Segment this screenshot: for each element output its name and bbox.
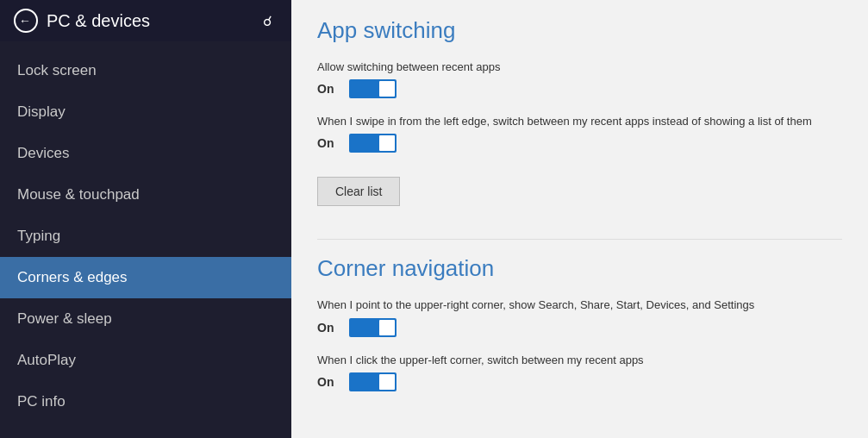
- upper-left-corner-toggle-row: On: [317, 372, 842, 391]
- toggle-thumb-4: [379, 374, 395, 390]
- corner-navigation-section: Corner navigation When I point to the up…: [317, 255, 842, 391]
- sidebar-item-mouse-touchpad[interactable]: Mouse & touchpad: [0, 174, 291, 216]
- sidebar-title: PC & devices: [47, 11, 248, 31]
- search-icon: ☌: [263, 13, 272, 29]
- swipe-switching-on-label: On: [317, 136, 339, 150]
- clear-list-button[interactable]: Clear list: [317, 177, 400, 206]
- upper-right-on-label: On: [317, 321, 339, 335]
- toggle-thumb-2: [379, 135, 395, 151]
- back-button[interactable]: ←: [14, 9, 38, 33]
- upper-right-corner-group: When I point to the upper-right corner, …: [317, 297, 842, 336]
- app-switching-title: App switching: [317, 17, 842, 44]
- sidebar-item-devices[interactable]: Devices: [0, 133, 291, 174]
- section-divider: [317, 239, 842, 240]
- corner-navigation-title: Corner navigation: [317, 255, 842, 282]
- swipe-switching-toggle[interactable]: [349, 134, 397, 153]
- upper-left-corner-label: When I click the upper-left corner, swit…: [317, 353, 842, 368]
- back-arrow-icon: ←: [19, 15, 31, 27]
- upper-left-corner-group: When I click the upper-left corner, swit…: [317, 353, 842, 391]
- main-content: App switching Allow switching between re…: [291, 0, 868, 438]
- swipe-switching-group: When I swipe in from the left edge, swit…: [317, 114, 842, 153]
- allow-switching-on-label: On: [317, 82, 339, 96]
- sidebar-item-lock-screen[interactable]: Lock screen: [0, 50, 291, 91]
- sidebar-item-power-sleep[interactable]: Power & sleep: [0, 298, 291, 340]
- swipe-switching-toggle-row: On: [317, 134, 842, 153]
- upper-left-corner-toggle[interactable]: [349, 372, 397, 391]
- sidebar-item-typing[interactable]: Typing: [0, 216, 291, 257]
- upper-right-corner-label: When I point to the upper-right corner, …: [317, 297, 842, 313]
- allow-switching-group: Allow switching between recent apps On: [317, 59, 842, 98]
- sidebar-nav: Lock screenDisplayDevicesMouse & touchpa…: [0, 41, 291, 438]
- allow-switching-toggle-row: On: [317, 79, 842, 98]
- sidebar-item-pc-info[interactable]: PC info: [0, 381, 291, 422]
- toggle-thumb-3: [379, 320, 395, 335]
- toggle-thumb: [379, 81, 395, 97]
- sidebar-header: ← PC & devices ☌: [0, 0, 291, 41]
- allow-switching-toggle[interactable]: [349, 79, 397, 98]
- sidebar-item-autoplay[interactable]: AutoPlay: [0, 340, 291, 381]
- upper-right-corner-toggle[interactable]: [349, 318, 397, 337]
- swipe-switching-label: When I swipe in from the left edge, swit…: [317, 114, 842, 129]
- app-switching-section: App switching Allow switching between re…: [317, 17, 842, 223]
- sidebar: ← PC & devices ☌ Lock screenDisplayDevic…: [0, 0, 291, 438]
- sidebar-item-display[interactable]: Display: [0, 91, 291, 133]
- upper-right-corner-toggle-row: On: [317, 318, 842, 337]
- search-button[interactable]: ☌: [257, 10, 278, 31]
- sidebar-item-corners-edges[interactable]: Corners & edges: [0, 257, 291, 298]
- upper-left-on-label: On: [317, 375, 339, 389]
- allow-switching-label: Allow switching between recent apps: [317, 59, 842, 75]
